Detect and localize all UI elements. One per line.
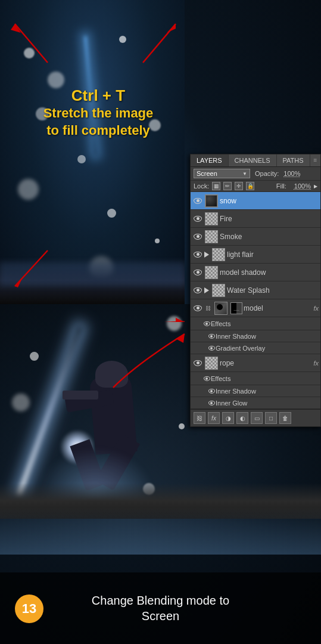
layer-fx-model: fx: [313, 305, 319, 312]
opacity-label: Opacity:: [255, 170, 279, 177]
new-layer-button[interactable]: □: [265, 412, 277, 424]
add-layer-mask-button[interactable]: ◑: [222, 412, 234, 424]
tab-paths[interactable]: PATHS: [277, 154, 310, 166]
layer-visibility-model[interactable]: [192, 303, 203, 314]
snow-particle-b1: [167, 316, 182, 331]
layer-mask-model: __: [230, 302, 242, 314]
snow-particle: [119, 36, 126, 43]
layer-fx-rope: fx: [313, 360, 319, 367]
photoshop-layers-panel: LAYERS CHANNELS PATHS ≡ Screen ▼ Opacity…: [190, 154, 321, 427]
layer-light-flair[interactable]: light flair: [191, 246, 320, 264]
blend-mode-select[interactable]: Screen ▼: [194, 169, 250, 178]
layer-thumb-model: [214, 302, 227, 315]
snow-particle: [107, 209, 116, 218]
fx-icon: fx: [211, 415, 216, 422]
layer-visibility-water-splash[interactable]: [192, 285, 203, 296]
layer-inner-shadow-eye-model[interactable]: [207, 331, 216, 342]
lock-label: Lock:: [194, 182, 209, 190]
layer-thumb-model-shadow: [205, 266, 218, 279]
layer-thumb-smoke: [205, 230, 218, 243]
layer-group-arrow-light-flair[interactable]: [204, 252, 209, 258]
layer-model[interactable]: ⛓ __ model fx: [191, 299, 320, 317]
step-badge: 13: [15, 595, 43, 623]
snow-particle-b4: [179, 423, 185, 429]
layer-name-light-flair: light flair: [227, 250, 319, 259]
tab-channels[interactable]: CHANNELS: [229, 154, 277, 166]
layer-name-water-splash: Water Splash: [227, 286, 319, 295]
layer-inner-glow-eye-rope[interactable]: [207, 398, 216, 408]
layer-name-snow: snow: [220, 197, 319, 205]
lock-move-icon: ✛: [236, 183, 241, 189]
layer-group-arrow-water-splash[interactable]: [204, 287, 209, 293]
lock-all-button[interactable]: 🔒: [246, 182, 254, 190]
layer-rope[interactable]: rope fx: [191, 354, 320, 372]
layers-panel-toolbar: ⛓ fx ◑ ◐ ▭ □ 🗑: [191, 409, 320, 426]
snow-particle: [77, 155, 86, 163]
layer-visibility-snow[interactable]: [192, 196, 203, 206]
add-layer-style-button[interactable]: fx: [208, 412, 220, 424]
layer-thumb-fire: [205, 212, 218, 225]
link-icon: ⛓: [197, 415, 202, 422]
adjustment-icon: ◐: [240, 415, 245, 422]
panel-close-button[interactable]: ≡: [310, 154, 321, 166]
layer-visibility-fire[interactable]: [192, 213, 203, 224]
layer-visibility-rope[interactable]: [192, 358, 203, 369]
bottom-instruction-text: Change Blending mode toScreen: [92, 593, 229, 624]
layer-visibility-light-flair[interactable]: [192, 249, 203, 260]
layer-name-smoke: Smoke: [220, 233, 319, 241]
layer-inner-shadow-model[interactable]: Inner Shadow: [191, 330, 320, 342]
link-layers-button[interactable]: ⛓: [194, 412, 205, 424]
layer-visibility-model-shadow[interactable]: [192, 267, 203, 278]
lock-brush-button[interactable]: ✏: [223, 182, 232, 190]
layer-inner-shadow-eye-rope[interactable]: [207, 386, 216, 397]
layer-snow[interactable]: snow: [191, 192, 320, 210]
layer-name-model-shadow: model shadow: [220, 268, 319, 277]
bottom-text-area: Change Blending mode toScreen: [0, 572, 321, 644]
layer-inner-glow-rope[interactable]: Inner Glow: [191, 397, 320, 409]
fill-arrow[interactable]: ▶: [314, 184, 317, 189]
adjustment-layer-button[interactable]: ◐: [236, 412, 248, 424]
opacity-value[interactable]: 100%: [283, 170, 300, 177]
layer-thumb-water-splash: [212, 284, 225, 297]
layer-name-fire: Fire: [220, 215, 319, 223]
snow-particle: [36, 107, 49, 120]
tab-layers[interactable]: LAYERS: [191, 154, 229, 166]
layer-effects-label-rope: Effects: [211, 375, 230, 382]
layer-effects-eye-model[interactable]: [202, 318, 211, 329]
layer-gradient-overlay-eye[interactable]: [207, 343, 216, 354]
snow-particle: [24, 48, 35, 58]
layer-link-model: ⛓: [204, 304, 212, 312]
water-surface: [0, 262, 185, 286]
blend-select-arrow: ▼: [242, 171, 247, 177]
mask-icon: ◑: [226, 415, 231, 422]
light-beam: [84, 36, 96, 155]
layer-gradient-overlay-label: Gradient Overlay: [216, 345, 265, 352]
lock-pixel-icon: ▦: [214, 183, 219, 189]
layer-effects-model[interactable]: Effects: [191, 317, 320, 330]
layer-water-splash[interactable]: Water Splash: [191, 281, 320, 299]
layer-inner-shadow-label-rope: Inner Shadow: [216, 388, 256, 395]
layer-gradient-overlay-model[interactable]: Gradient Overlay: [191, 342, 320, 354]
step-number: 13: [22, 601, 36, 617]
group-icon: ▭: [254, 415, 260, 422]
layer-fire[interactable]: Fire: [191, 210, 320, 228]
top-canvas-area: [0, 0, 185, 304]
layer-effects-eye-rope[interactable]: [202, 373, 211, 384]
layer-visibility-smoke[interactable]: [192, 231, 203, 242]
lock-row: Lock: ▦ ✏ ✛ 🔒 Fill: 100% ▶: [191, 181, 320, 192]
new-group-button[interactable]: ▭: [251, 412, 263, 424]
layer-thumb-light-flair: [212, 248, 225, 261]
layer-list: snow Fire Smoke: [191, 192, 320, 409]
layer-effects-rope[interactable]: Effects: [191, 372, 320, 385]
layer-name-rope: rope: [220, 359, 312, 367]
snow-particle-b2: [30, 352, 39, 361]
delete-layer-button[interactable]: 🗑: [279, 412, 291, 424]
fill-value[interactable]: 100%: [294, 182, 311, 190]
layer-inner-shadow-label-model: Inner Shadow: [216, 333, 256, 340]
lock-move-button[interactable]: ✛: [235, 182, 243, 190]
layer-inner-shadow-rope[interactable]: Inner Shadow: [191, 385, 320, 397]
layer-model-shadow[interactable]: model shadow: [191, 264, 320, 281]
layer-smoke[interactable]: Smoke: [191, 228, 320, 246]
new-layer-icon: □: [269, 415, 273, 422]
lock-pixels-button[interactable]: ▦: [212, 182, 220, 190]
